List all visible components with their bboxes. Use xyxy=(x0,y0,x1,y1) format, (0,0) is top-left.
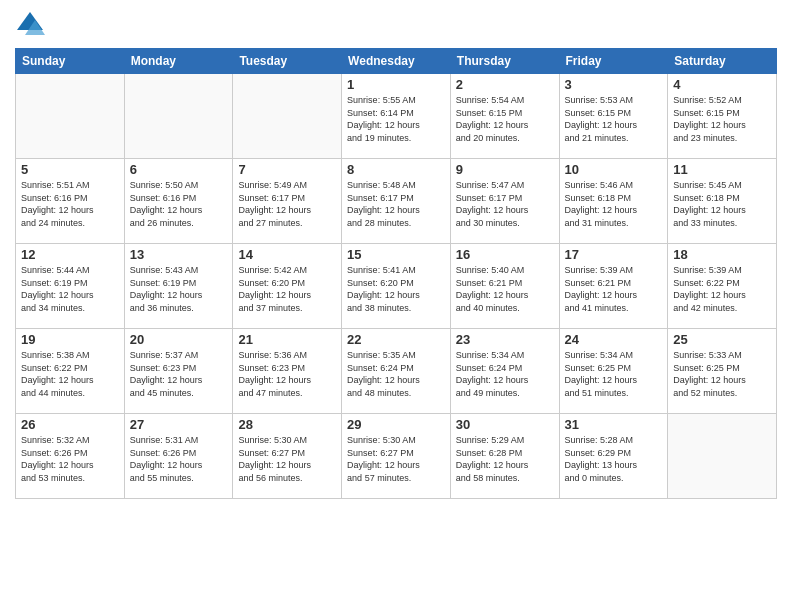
day-info: Sunrise: 5:43 AM Sunset: 6:19 PM Dayligh… xyxy=(130,264,228,314)
calendar-cell: 1Sunrise: 5:55 AM Sunset: 6:14 PM Daylig… xyxy=(342,74,451,159)
calendar-cell: 7Sunrise: 5:49 AM Sunset: 6:17 PM Daylig… xyxy=(233,159,342,244)
day-number: 24 xyxy=(565,332,663,347)
day-info: Sunrise: 5:39 AM Sunset: 6:22 PM Dayligh… xyxy=(673,264,771,314)
day-info: Sunrise: 5:54 AM Sunset: 6:15 PM Dayligh… xyxy=(456,94,554,144)
day-number: 9 xyxy=(456,162,554,177)
calendar-cell: 31Sunrise: 5:28 AM Sunset: 6:29 PM Dayli… xyxy=(559,414,668,499)
day-number: 7 xyxy=(238,162,336,177)
day-number: 3 xyxy=(565,77,663,92)
calendar-cell: 6Sunrise: 5:50 AM Sunset: 6:16 PM Daylig… xyxy=(124,159,233,244)
calendar-cell: 13Sunrise: 5:43 AM Sunset: 6:19 PM Dayli… xyxy=(124,244,233,329)
calendar-cell: 24Sunrise: 5:34 AM Sunset: 6:25 PM Dayli… xyxy=(559,329,668,414)
day-number: 14 xyxy=(238,247,336,262)
day-number: 2 xyxy=(456,77,554,92)
calendar-cell: 29Sunrise: 5:30 AM Sunset: 6:27 PM Dayli… xyxy=(342,414,451,499)
week-row-3: 12Sunrise: 5:44 AM Sunset: 6:19 PM Dayli… xyxy=(16,244,777,329)
calendar-cell: 9Sunrise: 5:47 AM Sunset: 6:17 PM Daylig… xyxy=(450,159,559,244)
day-info: Sunrise: 5:36 AM Sunset: 6:23 PM Dayligh… xyxy=(238,349,336,399)
calendar-cell: 14Sunrise: 5:42 AM Sunset: 6:20 PM Dayli… xyxy=(233,244,342,329)
day-number: 13 xyxy=(130,247,228,262)
calendar-cell: 3Sunrise: 5:53 AM Sunset: 6:15 PM Daylig… xyxy=(559,74,668,159)
week-row-4: 19Sunrise: 5:38 AM Sunset: 6:22 PM Dayli… xyxy=(16,329,777,414)
calendar-cell: 19Sunrise: 5:38 AM Sunset: 6:22 PM Dayli… xyxy=(16,329,125,414)
week-row-1: 1Sunrise: 5:55 AM Sunset: 6:14 PM Daylig… xyxy=(16,74,777,159)
day-number: 25 xyxy=(673,332,771,347)
calendar-cell: 2Sunrise: 5:54 AM Sunset: 6:15 PM Daylig… xyxy=(450,74,559,159)
day-info: Sunrise: 5:44 AM Sunset: 6:19 PM Dayligh… xyxy=(21,264,119,314)
calendar-cell: 27Sunrise: 5:31 AM Sunset: 6:26 PM Dayli… xyxy=(124,414,233,499)
day-number: 6 xyxy=(130,162,228,177)
calendar-cell: 17Sunrise: 5:39 AM Sunset: 6:21 PM Dayli… xyxy=(559,244,668,329)
day-number: 4 xyxy=(673,77,771,92)
day-number: 23 xyxy=(456,332,554,347)
day-number: 12 xyxy=(21,247,119,262)
day-info: Sunrise: 5:30 AM Sunset: 6:27 PM Dayligh… xyxy=(347,434,445,484)
calendar-cell xyxy=(233,74,342,159)
day-number: 19 xyxy=(21,332,119,347)
day-info: Sunrise: 5:52 AM Sunset: 6:15 PM Dayligh… xyxy=(673,94,771,144)
calendar-cell xyxy=(16,74,125,159)
calendar-cell: 8Sunrise: 5:48 AM Sunset: 6:17 PM Daylig… xyxy=(342,159,451,244)
day-info: Sunrise: 5:47 AM Sunset: 6:17 PM Dayligh… xyxy=(456,179,554,229)
day-info: Sunrise: 5:53 AM Sunset: 6:15 PM Dayligh… xyxy=(565,94,663,144)
weekday-header-friday: Friday xyxy=(559,49,668,74)
calendar-cell: 11Sunrise: 5:45 AM Sunset: 6:18 PM Dayli… xyxy=(668,159,777,244)
day-number: 18 xyxy=(673,247,771,262)
calendar-cell: 10Sunrise: 5:46 AM Sunset: 6:18 PM Dayli… xyxy=(559,159,668,244)
calendar-cell xyxy=(668,414,777,499)
day-info: Sunrise: 5:55 AM Sunset: 6:14 PM Dayligh… xyxy=(347,94,445,144)
day-info: Sunrise: 5:37 AM Sunset: 6:23 PM Dayligh… xyxy=(130,349,228,399)
day-number: 8 xyxy=(347,162,445,177)
weekday-header-wednesday: Wednesday xyxy=(342,49,451,74)
day-info: Sunrise: 5:34 AM Sunset: 6:25 PM Dayligh… xyxy=(565,349,663,399)
weekday-header-tuesday: Tuesday xyxy=(233,49,342,74)
week-row-2: 5Sunrise: 5:51 AM Sunset: 6:16 PM Daylig… xyxy=(16,159,777,244)
page: SundayMondayTuesdayWednesdayThursdayFrid… xyxy=(0,0,792,612)
calendar-cell: 22Sunrise: 5:35 AM Sunset: 6:24 PM Dayli… xyxy=(342,329,451,414)
day-number: 28 xyxy=(238,417,336,432)
day-info: Sunrise: 5:31 AM Sunset: 6:26 PM Dayligh… xyxy=(130,434,228,484)
day-number: 22 xyxy=(347,332,445,347)
calendar-cell: 23Sunrise: 5:34 AM Sunset: 6:24 PM Dayli… xyxy=(450,329,559,414)
day-info: Sunrise: 5:30 AM Sunset: 6:27 PM Dayligh… xyxy=(238,434,336,484)
calendar-cell: 20Sunrise: 5:37 AM Sunset: 6:23 PM Dayli… xyxy=(124,329,233,414)
calendar-cell: 12Sunrise: 5:44 AM Sunset: 6:19 PM Dayli… xyxy=(16,244,125,329)
weekday-row: SundayMondayTuesdayWednesdayThursdayFrid… xyxy=(16,49,777,74)
header xyxy=(15,10,777,40)
day-number: 29 xyxy=(347,417,445,432)
week-row-5: 26Sunrise: 5:32 AM Sunset: 6:26 PM Dayli… xyxy=(16,414,777,499)
day-number: 30 xyxy=(456,417,554,432)
weekday-header-sunday: Sunday xyxy=(16,49,125,74)
day-number: 1 xyxy=(347,77,445,92)
day-info: Sunrise: 5:28 AM Sunset: 6:29 PM Dayligh… xyxy=(565,434,663,484)
day-info: Sunrise: 5:48 AM Sunset: 6:17 PM Dayligh… xyxy=(347,179,445,229)
day-info: Sunrise: 5:50 AM Sunset: 6:16 PM Dayligh… xyxy=(130,179,228,229)
day-info: Sunrise: 5:51 AM Sunset: 6:16 PM Dayligh… xyxy=(21,179,119,229)
calendar-cell: 25Sunrise: 5:33 AM Sunset: 6:25 PM Dayli… xyxy=(668,329,777,414)
day-info: Sunrise: 5:40 AM Sunset: 6:21 PM Dayligh… xyxy=(456,264,554,314)
day-info: Sunrise: 5:38 AM Sunset: 6:22 PM Dayligh… xyxy=(21,349,119,399)
calendar-header: SundayMondayTuesdayWednesdayThursdayFrid… xyxy=(16,49,777,74)
calendar-cell: 15Sunrise: 5:41 AM Sunset: 6:20 PM Dayli… xyxy=(342,244,451,329)
calendar-cell: 26Sunrise: 5:32 AM Sunset: 6:26 PM Dayli… xyxy=(16,414,125,499)
day-info: Sunrise: 5:29 AM Sunset: 6:28 PM Dayligh… xyxy=(456,434,554,484)
calendar-cell: 5Sunrise: 5:51 AM Sunset: 6:16 PM Daylig… xyxy=(16,159,125,244)
day-info: Sunrise: 5:32 AM Sunset: 6:26 PM Dayligh… xyxy=(21,434,119,484)
day-number: 10 xyxy=(565,162,663,177)
day-number: 26 xyxy=(21,417,119,432)
day-info: Sunrise: 5:35 AM Sunset: 6:24 PM Dayligh… xyxy=(347,349,445,399)
day-info: Sunrise: 5:49 AM Sunset: 6:17 PM Dayligh… xyxy=(238,179,336,229)
day-number: 27 xyxy=(130,417,228,432)
calendar: SundayMondayTuesdayWednesdayThursdayFrid… xyxy=(15,48,777,499)
calendar-cell: 21Sunrise: 5:36 AM Sunset: 6:23 PM Dayli… xyxy=(233,329,342,414)
calendar-cell: 18Sunrise: 5:39 AM Sunset: 6:22 PM Dayli… xyxy=(668,244,777,329)
day-number: 5 xyxy=(21,162,119,177)
logo-icon xyxy=(15,10,45,40)
calendar-cell: 16Sunrise: 5:40 AM Sunset: 6:21 PM Dayli… xyxy=(450,244,559,329)
calendar-body: 1Sunrise: 5:55 AM Sunset: 6:14 PM Daylig… xyxy=(16,74,777,499)
day-info: Sunrise: 5:46 AM Sunset: 6:18 PM Dayligh… xyxy=(565,179,663,229)
calendar-cell: 4Sunrise: 5:52 AM Sunset: 6:15 PM Daylig… xyxy=(668,74,777,159)
day-number: 31 xyxy=(565,417,663,432)
day-info: Sunrise: 5:33 AM Sunset: 6:25 PM Dayligh… xyxy=(673,349,771,399)
day-number: 16 xyxy=(456,247,554,262)
